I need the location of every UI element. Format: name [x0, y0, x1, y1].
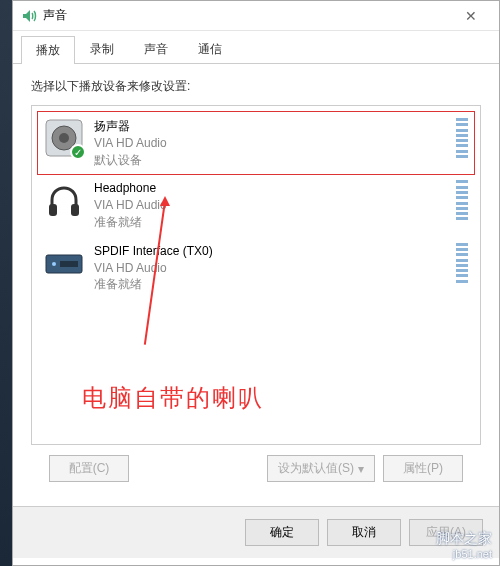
device-status: 准备就绪 [94, 214, 448, 231]
spacer [129, 455, 267, 482]
speaker-icon: ✓ [44, 118, 84, 158]
configure-button[interactable]: 配置(C) [49, 455, 129, 482]
tab-recording[interactable]: 录制 [75, 35, 129, 63]
svg-point-2 [59, 133, 69, 143]
default-check-icon: ✓ [70, 144, 86, 160]
annotation-arrow-head [160, 196, 170, 206]
device-list[interactable]: ✓ 扬声器 VIA HD Audio 默认设备 Headphone VIA HD… [31, 105, 481, 445]
device-item-speaker[interactable]: ✓ 扬声器 VIA HD Audio 默认设备 [38, 112, 474, 174]
close-button[interactable]: ✕ [451, 2, 491, 30]
set-default-button[interactable]: 设为默认值(S) ▾ [267, 455, 375, 482]
tab-sounds[interactable]: 声音 [129, 35, 183, 63]
window-title: 声音 [43, 7, 451, 24]
tab-communications[interactable]: 通信 [183, 35, 237, 63]
device-name: Headphone [94, 180, 448, 197]
device-name: SPDIF Interface (TX0) [94, 243, 448, 260]
watermark: 脚本之家 jb51.net [436, 530, 492, 560]
set-default-label: 设为默认值(S) [278, 460, 354, 477]
watermark-url: jb51.net [436, 548, 492, 560]
device-driver: VIA HD Audio [94, 135, 448, 152]
svg-point-6 [52, 262, 56, 266]
watermark-cn: 脚本之家 [436, 530, 492, 548]
dialog-footer: 确定 取消 应用(A) [13, 506, 499, 558]
sound-dialog: 声音 ✕ 播放 录制 声音 通信 选择以下播放设备来修改设置: ✓ 扬声器 VI… [12, 0, 500, 566]
tab-content: 选择以下播放设备来修改设置: ✓ 扬声器 VIA HD Audio 默认设备 [13, 64, 499, 506]
device-status: 默认设备 [94, 152, 448, 169]
level-meter [456, 180, 468, 220]
instruction-text: 选择以下播放设备来修改设置: [31, 78, 481, 95]
cancel-button[interactable]: 取消 [327, 519, 401, 546]
device-item-headphone[interactable]: Headphone VIA HD Audio 准备就绪 [38, 174, 474, 236]
device-driver: VIA HD Audio [94, 260, 448, 277]
headphone-icon [44, 180, 84, 220]
tab-playback[interactable]: 播放 [21, 36, 75, 64]
svg-rect-7 [60, 261, 78, 267]
spacer [375, 455, 383, 482]
spdif-icon [44, 243, 84, 283]
device-status: 准备就绪 [94, 276, 448, 293]
desktop-left-strip [0, 0, 12, 566]
lower-button-row: 配置(C) 设为默认值(S) ▾ 属性(P) [31, 445, 481, 492]
device-driver: VIA HD Audio [94, 197, 448, 214]
device-info: 扬声器 VIA HD Audio 默认设备 [94, 118, 448, 168]
ok-button[interactable]: 确定 [245, 519, 319, 546]
device-name: 扬声器 [94, 118, 448, 135]
level-meter [456, 243, 468, 283]
close-icon: ✕ [465, 8, 477, 24]
svg-rect-3 [49, 204, 57, 216]
chevron-down-icon: ▾ [358, 462, 364, 476]
device-info: Headphone VIA HD Audio 准备就绪 [94, 180, 448, 230]
titlebar: 声音 ✕ [13, 1, 499, 31]
level-meter [456, 118, 468, 158]
sound-icon [21, 8, 37, 24]
device-item-spdif[interactable]: SPDIF Interface (TX0) VIA HD Audio 准备就绪 [38, 237, 474, 299]
properties-button[interactable]: 属性(P) [383, 455, 463, 482]
svg-rect-4 [71, 204, 79, 216]
device-info: SPDIF Interface (TX0) VIA HD Audio 准备就绪 [94, 243, 448, 293]
annotation-text: 电脑自带的喇叭 [82, 382, 264, 414]
tab-strip: 播放 录制 声音 通信 [13, 31, 499, 64]
